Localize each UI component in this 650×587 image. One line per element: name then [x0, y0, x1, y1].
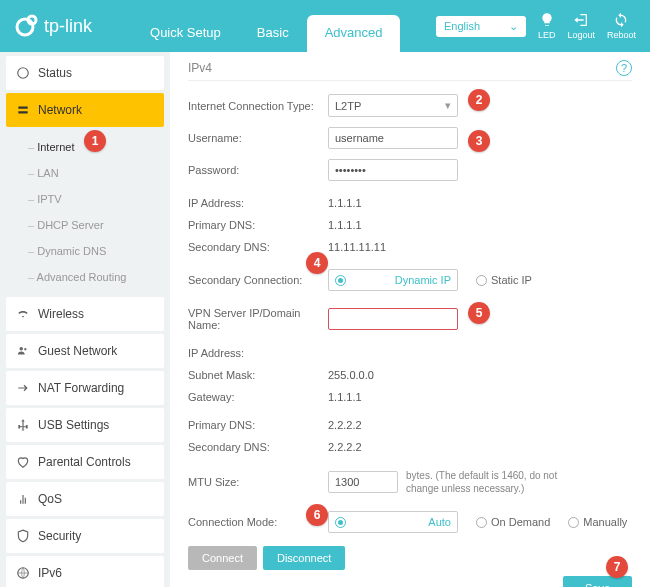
callout-4: 4 — [306, 252, 328, 274]
sdns2-label: Secondary DNS: — [188, 441, 328, 453]
radio-static-ip[interactable]: Static IP — [476, 274, 532, 286]
sdns2-value: 2.2.2.2 — [328, 441, 362, 453]
language-select[interactable]: English ⌄ — [436, 16, 526, 37]
svg-point-0 — [17, 19, 33, 35]
usb-icon — [16, 418, 30, 432]
svg-point-1 — [28, 16, 36, 24]
guest-icon — [16, 344, 30, 358]
header-right: English ⌄ LED Logout Reboot — [436, 12, 636, 40]
ip-label: IP Address: — [188, 197, 328, 209]
pdns-value: 1.1.1.1 — [328, 219, 362, 231]
username-label: Username: — [188, 132, 328, 144]
callout-2: 2 — [468, 89, 490, 111]
sidebar-item-qos[interactable]: QoS — [6, 482, 164, 516]
subitem-lan[interactable]: LAN — [18, 160, 164, 186]
help-icon[interactable]: ? — [616, 60, 632, 76]
connect-buttons: Connect Disconnect — [188, 546, 632, 570]
sec-conn-label: Secondary Connection: — [188, 274, 328, 286]
radio-manually[interactable]: Manually — [568, 516, 627, 528]
sdns-value: 11.11.11.11 — [328, 241, 386, 253]
sidebar-item-parental[interactable]: Parental Controls — [6, 445, 164, 479]
top-header: tp-link Quick Setup Basic Advanced Engli… — [0, 0, 650, 52]
callout-6: 6 — [306, 504, 328, 526]
gw-value: 1.1.1.1 — [328, 391, 362, 403]
username-input[interactable] — [328, 127, 458, 149]
subitem-dhcp[interactable]: DHCP Server — [18, 212, 164, 238]
subnet-label: Subnet Mask: — [188, 369, 328, 381]
status-icon — [16, 66, 30, 80]
pdns2-value: 2.2.2.2 — [328, 419, 362, 431]
conn-type-select[interactable]: L2TP ▾ — [328, 94, 458, 117]
section-header: IPv4 ? — [188, 60, 632, 81]
mtu-label: MTU Size: — [188, 476, 328, 488]
gw-label: Gateway: — [188, 391, 328, 403]
ip2-label: IP Address: — [188, 347, 328, 359]
tab-basic[interactable]: Basic — [239, 15, 307, 52]
radio-auto[interactable]: Auto — [328, 511, 458, 533]
network-submenu: Internet 1 LAN IPTV DHCP Server Dynamic … — [6, 130, 164, 294]
conn-type-label: Internet Connection Type: — [188, 100, 328, 112]
sidebar-item-status[interactable]: Status — [6, 56, 164, 90]
radio-on-demand[interactable]: On Demand — [476, 516, 550, 528]
network-icon — [16, 103, 30, 117]
bulb-icon — [539, 12, 555, 28]
tab-quick-setup[interactable]: Quick Setup — [132, 15, 239, 52]
brand-logo: tp-link — [14, 13, 92, 39]
svg-point-2 — [18, 68, 29, 79]
logo-icon — [14, 13, 40, 39]
svg-point-3 — [20, 347, 24, 351]
sidebar-item-wireless[interactable]: Wireless — [6, 297, 164, 331]
chevron-down-icon: ⌄ — [509, 20, 518, 33]
sidebar-item-ipv6[interactable]: IPv6 — [6, 556, 164, 587]
subitem-ddns[interactable]: Dynamic DNS — [18, 238, 164, 264]
radio-dynamic-ip[interactable]: Dynamic IP — [328, 269, 458, 291]
reboot-button[interactable]: Reboot — [607, 12, 636, 40]
ip-value: 1.1.1.1 — [328, 197, 362, 209]
save-button[interactable]: Save — [563, 576, 632, 587]
main-tabs: Quick Setup Basic Advanced — [132, 0, 400, 52]
logout-button[interactable]: Logout — [567, 12, 595, 40]
qos-icon — [16, 492, 30, 506]
sidebar-item-usb[interactable]: USB Settings — [6, 408, 164, 442]
svg-point-4 — [24, 348, 26, 350]
sdns-label: Secondary DNS: — [188, 241, 328, 253]
callout-3: 3 — [468, 130, 490, 152]
callout-5: 5 — [468, 302, 490, 324]
subnet-value: 255.0.0.0 — [328, 369, 374, 381]
led-button[interactable]: LED — [538, 12, 556, 40]
language-value: English — [444, 20, 480, 32]
sidebar-item-guest[interactable]: Guest Network — [6, 334, 164, 368]
shield-icon — [16, 529, 30, 543]
globe-icon — [16, 566, 30, 580]
tab-advanced[interactable]: Advanced — [307, 15, 401, 52]
password-input[interactable] — [328, 159, 458, 181]
sidebar-item-network[interactable]: Network — [6, 93, 164, 127]
heart-icon — [16, 455, 30, 469]
reboot-icon — [613, 12, 629, 28]
pdns2-label: Primary DNS: — [188, 419, 328, 431]
connect-button[interactable]: Connect — [188, 546, 257, 570]
subitem-iptv[interactable]: IPTV — [18, 186, 164, 212]
nat-icon — [16, 381, 30, 395]
content-panel: IPv4 ? Internet Connection Type: L2TP ▾ … — [170, 52, 650, 587]
disconnect-button[interactable]: Disconnect — [263, 546, 345, 570]
callout-7: 7 — [606, 556, 628, 578]
brand-text: tp-link — [44, 16, 92, 37]
mtu-input[interactable] — [328, 471, 398, 493]
subitem-routing[interactable]: Advanced Routing — [18, 264, 164, 290]
vpn-label: VPN Server IP/Domain Name: — [188, 307, 328, 331]
callout-1: 1 — [84, 130, 106, 152]
sidebar-item-nat[interactable]: NAT Forwarding — [6, 371, 164, 405]
mtu-note: bytes. (The default is 1460, do not chan… — [406, 469, 586, 495]
sidebar-item-security[interactable]: Security — [6, 519, 164, 553]
vpn-server-input[interactable] — [328, 308, 458, 330]
logout-icon — [573, 12, 589, 28]
sidebar: Status Network Internet 1 LAN IPTV DHCP … — [0, 52, 170, 587]
section-title-text: IPv4 — [188, 61, 212, 75]
chevron-down-icon: ▾ — [445, 99, 451, 112]
pdns-label: Primary DNS: — [188, 219, 328, 231]
password-label: Password: — [188, 164, 328, 176]
wifi-icon — [16, 307, 30, 321]
